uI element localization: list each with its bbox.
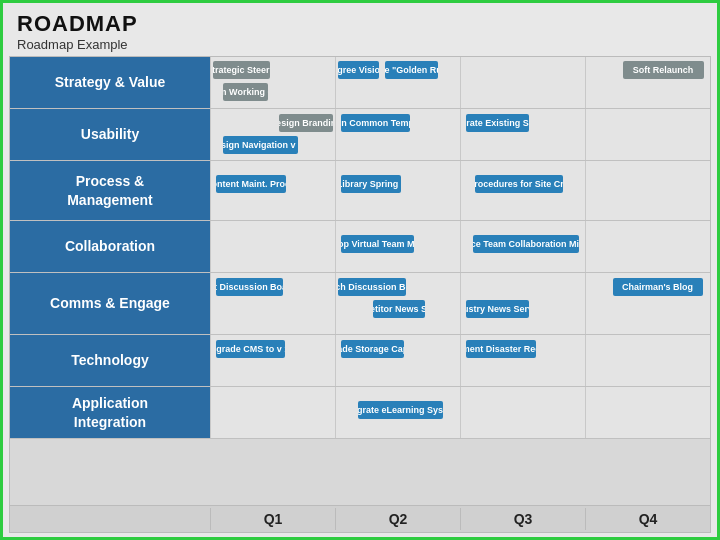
bar-1-3: Migrate Existing Sites (466, 114, 529, 132)
timeline-row-2: Process & ManagementContent Maint. Procs… (10, 161, 710, 221)
bottom-q4: Q4 (585, 508, 710, 530)
q-cell-5-3 (585, 335, 710, 386)
bottom-empty (10, 508, 210, 530)
q-cell-2-3 (585, 161, 710, 220)
bar-5-0: Upgrade CMS to v 1.2 (216, 340, 285, 358)
row-content-5: Upgrade CMS to v 1.2Upgrade Storage Capa… (210, 335, 710, 386)
row-content-6: Integrate eLearning System (210, 387, 710, 438)
q-cell-6-3 (585, 387, 710, 438)
timeline-row-0: Strategy & ValueForm Strategic Steering … (10, 57, 710, 109)
row-content-0: Form Strategic Steering GrpForm Working … (210, 57, 710, 108)
row-label-6: Application Integration (10, 387, 210, 438)
row-content-3: Develop Virtual Team MaterialIntroduce T… (210, 221, 710, 272)
bar-1-0: Design Branding (279, 114, 333, 132)
bar-0-1: Form Working Grp. (223, 83, 268, 101)
timeline-row-5: TechnologyUpgrade CMS to v 1.2Upgrade St… (10, 335, 710, 387)
bar-1-2: Design Common Templates (341, 114, 410, 132)
row-label-0: Strategy & Value (10, 57, 210, 108)
q-cell-0-2 (460, 57, 585, 108)
bar-3-0: Develop Virtual Team Material (341, 235, 414, 253)
bar-6-0: Integrate eLearning System (358, 401, 443, 419)
bottom-q1: Q1 (210, 508, 335, 530)
timeline-row-3: CollaborationDevelop Virtual Team Materi… (10, 221, 710, 273)
bar-5-1: Upgrade Storage Capacity (341, 340, 404, 358)
bar-2-2: New Procedures for Site Creation (475, 175, 563, 193)
timeline-row-1: UsabilityDesign BrandingDesign Navigatio… (10, 109, 710, 161)
row-label-3: Collaboration (10, 221, 210, 272)
bar-2-1: Doc Library Spring Clean (341, 175, 401, 193)
bar-0-2: Agree Vision (338, 61, 379, 79)
row-label-4: Comms & Engage (10, 273, 210, 334)
bottom-q3: Q3 (460, 508, 585, 530)
bar-4-0: Pilot Discussion Boards (216, 278, 282, 296)
bar-0-4: Soft Relaunch (623, 61, 704, 79)
q-cell-6-2 (460, 387, 585, 438)
q-cell-3-0 (210, 221, 335, 272)
bar-1-1: Design Navigation v 2.1 (223, 136, 298, 154)
timeline-row-6: Application IntegrationIntegrate eLearni… (10, 387, 710, 439)
bottom-quarter-labels: Q1 Q2 Q3 Q4 (10, 505, 710, 532)
header: ROADMAP Roadmap Example (3, 3, 717, 56)
page-subtitle: Roadmap Example (17, 37, 703, 52)
roadmap-main: Strategy & ValueForm Strategic Steering … (9, 56, 711, 533)
bar-2-0: Content Maint. Procs. (216, 175, 286, 193)
page: ROADMAP Roadmap Example Strategy & Value… (3, 3, 717, 537)
page-title: ROADMAP (17, 11, 703, 37)
bar-3-1: Introduce Team Collaboration Mini-Sites (473, 235, 579, 253)
bar-4-3: Industry News Service (466, 300, 529, 318)
row-content-4: Pilot Discussion BoardsLaunch Discussion… (210, 273, 710, 334)
q-cell-1-3 (585, 109, 710, 160)
row-content-1: Design BrandingDesign Navigation v 2.1De… (210, 109, 710, 160)
timeline-row-4: Comms & EngagePilot Discussion BoardsLau… (10, 273, 710, 335)
bar-0-3: Agree "Golden Rules" (385, 61, 438, 79)
bar-4-2: Competitor News Service (373, 300, 426, 318)
bar-0-0: Form Strategic Steering Grp (213, 61, 271, 79)
q-cell-6-0 (210, 387, 335, 438)
bottom-q2: Q2 (335, 508, 460, 530)
row-label-1: Usability (10, 109, 210, 160)
bar-4-1: Launch Discussion Boards (338, 278, 407, 296)
row-label-2: Process & Management (10, 161, 210, 220)
row-content-2: Content Maint. Procs.Doc Library Spring … (210, 161, 710, 220)
bar-4-4: Chairman's Blog (613, 278, 703, 296)
bar-5-2: Implement Disaster Recovery (466, 340, 536, 358)
row-label-5: Technology (10, 335, 210, 386)
q-cell-3-3 (585, 221, 710, 272)
